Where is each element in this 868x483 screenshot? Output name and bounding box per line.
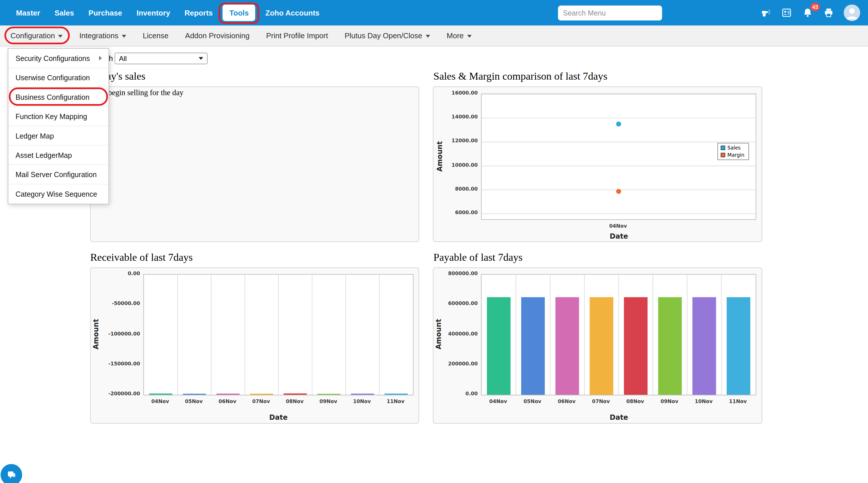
nav-item-zoho-accounts[interactable]: Zoho Accounts <box>258 0 327 26</box>
x-tick-label: 10Nov <box>687 399 721 404</box>
y-tick-label: -150000.00 <box>93 361 140 366</box>
dropdown-item-userwise-configuration[interactable]: Userwise Configuration <box>8 68 108 87</box>
branch-select-value: All <box>119 55 127 62</box>
configuration-dropdown-menu: Security ConfigurationsUserwise Configur… <box>8 48 109 204</box>
nav-item-sales[interactable]: Sales <box>48 0 81 26</box>
dropdown-item-ledger-map[interactable]: Ledger Map <box>8 126 108 146</box>
main-nav: MasterSalesPurchaseInventoryReportsTools… <box>0 0 327 26</box>
dropdown-item-business-configuration[interactable]: Business Configuration <box>8 87 108 107</box>
id-badge-icon[interactable] <box>781 7 793 19</box>
x-tick-label: 04Nov <box>481 399 515 404</box>
todays-sales-panel <box>90 86 419 242</box>
notification-badge: 43 <box>810 3 820 11</box>
y-tick-label: 10000.00 <box>431 162 478 168</box>
y-tick-label: -100000.00 <box>93 331 140 336</box>
y-tick-label: 400000.00 <box>431 331 478 336</box>
menubar-item-label: Configuration <box>11 32 55 40</box>
nav-item-inventory[interactable]: Inventory <box>129 0 177 26</box>
y-tick-label: 16000.00 <box>431 90 478 96</box>
sales-margin-plot <box>481 93 756 220</box>
menubar-item-plutus-day-open-close[interactable]: Plutus Day Open/Close <box>336 25 438 46</box>
payable-plot <box>481 274 756 395</box>
x-tick-label: 07Nov <box>584 399 618 404</box>
y-tick-label: 0.00 <box>93 271 140 276</box>
chevron-down-icon <box>467 35 471 38</box>
menubar-item-label: Plutus Day Open/Close <box>345 32 422 40</box>
menubar-item-label: Addon Provisioning <box>185 32 249 40</box>
chat-icon <box>6 469 17 480</box>
x-tick-label: 04Nov <box>144 399 177 404</box>
y-tick-label: 200000.00 <box>431 361 478 366</box>
payable-chart-panel: Amount Date 800000.00600000.00400000.002… <box>433 267 762 423</box>
payable-title: Payable of last 7days <box>433 251 523 263</box>
menubar-item-license[interactable]: License <box>134 25 177 46</box>
x-tick-label: 08Nov <box>278 399 312 404</box>
sales-margin-title: Sales & Margin comparison of last 7days <box>433 70 607 83</box>
legend-swatch <box>721 153 725 157</box>
app-window: MasterSalesPurchaseInventoryReportsTools… <box>0 0 868 483</box>
x-tick-label: 10Nov <box>345 399 379 404</box>
dropdown-item-function-key-mapping[interactable]: Function Key Mapping <box>8 107 108 126</box>
x-tick-label: 11Nov <box>721 399 755 404</box>
legend-item-sales: Sales <box>721 145 746 151</box>
legend-item-margin: Margin <box>721 152 746 158</box>
legend-label: Sales <box>727 145 741 151</box>
dropdown-item-label: Business Configuration <box>16 93 90 101</box>
nav-item-tools[interactable]: Tools <box>223 4 255 21</box>
sales-margin-chart-panel: Amount SalesMargin Date 16000.0014000.00… <box>433 86 762 242</box>
x-tick-label: 09Nov <box>312 399 345 404</box>
legend-swatch <box>721 146 725 150</box>
menubar-item-print-profile-import[interactable]: Print Profile Import <box>258 25 336 46</box>
y-tick-label: 8000.00 <box>431 186 478 191</box>
x-tick-label: 06Nov <box>550 399 584 404</box>
y-tick-label: 14000.00 <box>431 114 478 120</box>
x-tick-label: 05Nov <box>177 399 211 404</box>
menubar-item-label: Print Profile Import <box>266 32 328 40</box>
menubar-item-more[interactable]: More <box>438 25 480 46</box>
y-tick-label: -50000.00 <box>93 301 140 306</box>
menubar-item-addon-provisioning[interactable]: Addon Provisioning <box>177 25 258 46</box>
x-tick-label: 09Nov <box>652 399 687 404</box>
notifications-bell-icon[interactable]: 43 <box>802 7 814 19</box>
y-tick-label: 600000.00 <box>431 301 478 306</box>
search-input[interactable] <box>558 5 662 20</box>
x-axis-label: Date <box>599 232 638 240</box>
branch-select[interactable]: All <box>115 53 208 64</box>
chevron-right-icon <box>99 56 102 60</box>
dropdown-item-security-configurations[interactable]: Security Configurations <box>8 49 108 68</box>
y-tick-label: 0.00 <box>431 391 478 396</box>
nav-item-reports[interactable]: Reports <box>177 0 220 26</box>
avatar[interactable] <box>843 4 860 21</box>
nav-item-purchase[interactable]: Purchase <box>81 0 129 26</box>
x-tick-label: 07Nov <box>244 399 278 404</box>
dropdown-item-category-wise-sequence[interactable]: Category Wise Sequence <box>8 184 108 204</box>
menubar-item-label: More <box>447 32 464 40</box>
dropdown-item-mail-server-configuration[interactable]: Mail Server Configuration <box>8 165 108 184</box>
chat-button[interactable] <box>1 464 22 483</box>
y-tick-label: 12000.00 <box>431 138 478 144</box>
dropdown-item-asset-ledgermap[interactable]: Asset LedgerMap <box>8 146 108 165</box>
menubar-item-integrations[interactable]: Integrations <box>71 25 134 46</box>
x-tick-label: 08Nov <box>618 399 652 404</box>
y-tick-label: 800000.00 <box>431 271 478 276</box>
navbar-right-group: 43 <box>558 0 868 26</box>
y-axis-label: Amount <box>435 123 444 190</box>
x-tick-label: 05Nov <box>515 399 550 404</box>
chevron-down-icon <box>198 57 203 60</box>
chevron-down-icon <box>122 35 126 38</box>
dropdown-item-label: Ledger Map <box>16 131 54 140</box>
dropdown-item-label: Userwise Configuration <box>16 73 90 82</box>
dropdown-item-label: Function Key Mapping <box>16 112 87 120</box>
legend-label: Margin <box>727 152 744 158</box>
x-tick-label: 06Nov <box>211 399 244 404</box>
legend: SalesMargin <box>717 143 749 160</box>
chevron-down-icon <box>426 35 430 38</box>
chevron-down-icon <box>58 35 63 38</box>
spray-tool-icon[interactable] <box>760 7 771 19</box>
printer-icon[interactable] <box>823 7 835 19</box>
receivable-plot <box>144 274 413 395</box>
top-navbar: MasterSalesPurchaseInventoryReportsTools… <box>0 0 868 26</box>
nav-item-master[interactable]: Master <box>9 0 48 26</box>
tools-menubar: ConfigurationIntegrationsLicenseAddon Pr… <box>0 26 868 47</box>
menubar-item-configuration[interactable]: Configuration <box>2 25 71 46</box>
